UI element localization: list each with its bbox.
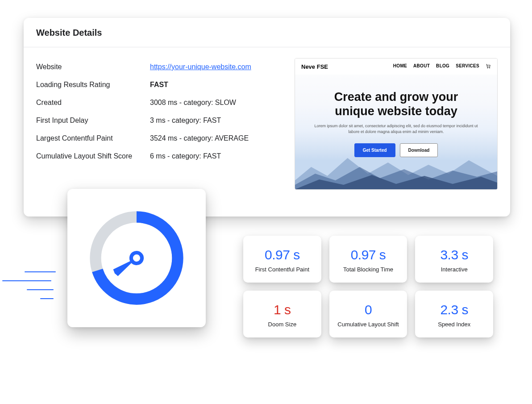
- preview-hero-title: Create and grow your unique website toda…: [313, 90, 479, 119]
- details-row-cls: Cumulative Layout Shift Score 6 ms - cat…: [36, 147, 284, 165]
- speedometer-icon: [85, 207, 188, 309]
- details-value: 3 ms - category: FAST: [150, 115, 221, 126]
- metrics-grid: 0.97 s First Contentful Paint 0.97 s Tot…: [243, 236, 493, 337]
- metric-card-tbt: 0.97 s Total Blocking Time: [329, 236, 407, 283]
- details-row-created: Created 3008 ms - category: SLOW: [36, 94, 284, 112]
- metric-value: 0.97 s: [248, 247, 317, 262]
- details-row-website: Website https://your-unique-website.com: [36, 58, 284, 76]
- preview-mountains-illustration: [295, 149, 497, 189]
- preview-menu-item: HOME: [393, 63, 407, 70]
- metric-value: 1 s: [248, 302, 317, 317]
- preview-menu-item: SERVICES: [456, 63, 479, 70]
- details-label: Website: [36, 62, 150, 72]
- metric-value: 0: [334, 302, 403, 317]
- svg-point-0: [487, 67, 488, 68]
- details-value: 6 ms - category: FAST: [150, 151, 221, 162]
- preview-hero-title-line1: Create and grow your: [334, 90, 458, 104]
- metric-value: 3.3 s: [420, 247, 489, 262]
- metric-value: 2.3 s: [420, 302, 489, 317]
- metric-label: Interactive: [420, 266, 489, 273]
- metric-card-doom-size: 1 s Doom Size: [243, 291, 321, 337]
- preview-hero-subtitle: Lorem ipsum dolor sit amet, consectetur …: [313, 123, 479, 135]
- preview-hero-title-line2: unique website today: [335, 104, 457, 118]
- preview-logo: Neve FSE: [301, 63, 328, 70]
- metric-label: Speed Index: [420, 321, 489, 328]
- website-details-header: Website Details: [24, 18, 510, 47]
- details-row-lcp: Largest Contentful Paint 3524 ms - categ…: [36, 129, 284, 147]
- website-details-table: Website https://your-unique-website.com …: [36, 58, 284, 190]
- preview-navbar: Neve FSE HOME ABOUT BLOG SERVICES: [295, 58, 497, 75]
- svg-point-1: [489, 67, 490, 68]
- details-row-fid: First Input Delay 3 ms - category: FAST: [36, 112, 284, 129]
- website-preview-screenshot: Neve FSE HOME ABOUT BLOG SERVICES Create…: [295, 58, 498, 190]
- website-details-title: Website Details: [36, 28, 498, 38]
- details-value: 3008 ms - category: SLOW: [150, 97, 236, 108]
- details-value: 3524 ms - category: AVERAGE: [150, 133, 249, 144]
- website-details-card: Website Details Website https://your-uni…: [24, 18, 510, 217]
- metric-card-fcp: 0.97 s First Contentful Paint: [243, 236, 321, 283]
- metric-value: 0.97 s: [334, 247, 403, 262]
- metric-card-interactive: 3.3 s Interactive: [415, 236, 493, 283]
- details-label: First Input Delay: [36, 115, 150, 126]
- cart-icon: [486, 63, 491, 70]
- details-label: Created: [36, 97, 150, 108]
- preview-menu-item: BLOG: [436, 63, 449, 70]
- details-row-rating: Loading Results Rating FAST: [36, 76, 284, 94]
- metric-label: Cumulative Layout Shift: [334, 321, 403, 328]
- metric-label: First Contentful Paint: [248, 266, 317, 273]
- details-label: Loading Results Rating: [36, 79, 150, 90]
- preview-hero: Create and grow your unique website toda…: [295, 90, 497, 157]
- performance-gauge-card: [67, 189, 206, 327]
- details-label: Largest Contentful Paint: [36, 133, 150, 144]
- details-label: Cumulative Layout Shift Score: [36, 151, 150, 162]
- decorative-lines: [2, 263, 60, 307]
- metric-label: Total Blocking Time: [334, 266, 403, 273]
- preview-menu: HOME ABOUT BLOG SERVICES: [393, 63, 491, 70]
- details-value: FAST: [150, 79, 168, 90]
- preview-menu-item: ABOUT: [413, 63, 430, 70]
- metric-card-cls: 0 Cumulative Layout Shift: [329, 291, 407, 337]
- website-url-link[interactable]: https://your-unique-website.com: [150, 62, 251, 72]
- metric-label: Doom Size: [248, 321, 317, 328]
- metric-card-speed-index: 2.3 s Speed Index: [415, 291, 493, 337]
